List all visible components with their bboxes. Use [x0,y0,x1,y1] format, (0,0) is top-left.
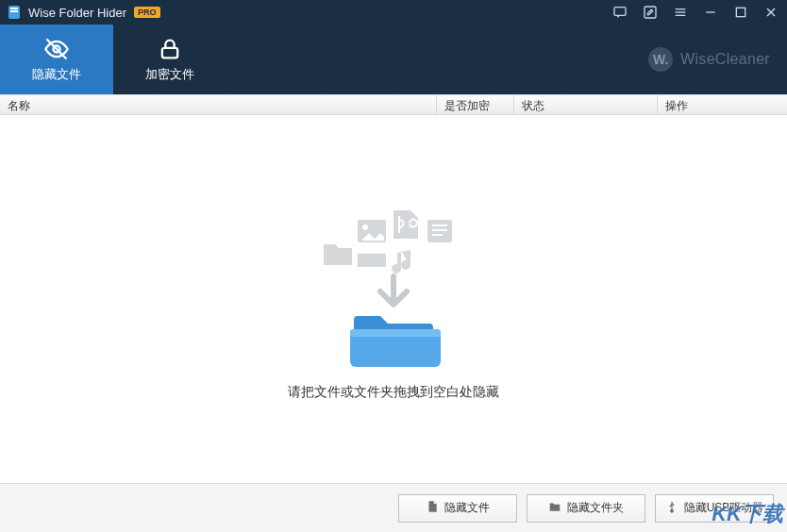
lock-icon [157,36,183,62]
svg-rect-14 [162,48,177,58]
column-name[interactable]: 名称 [0,95,437,114]
svg-rect-9 [736,8,745,16]
brand: W. WiseCleaner [648,25,787,94]
edit-icon[interactable] [642,4,659,21]
hide-usb-button[interactable]: 隐藏USB驱动器 [655,494,774,523]
hide-folder-label: 隐藏文件夹 [567,500,624,516]
svg-rect-2 [10,10,18,12]
maximize-button[interactable] [732,4,749,21]
hide-file-button[interactable]: 隐藏文件 [398,494,517,523]
hide-file-label: 隐藏文件 [444,500,490,516]
footer: 隐藏文件 隐藏文件夹 隐藏USB驱动器 [0,483,787,532]
svg-rect-3 [614,8,626,16]
content-area: 名称 是否加密 状态 操作 [0,94,787,532]
app-icon [8,5,23,20]
svg-rect-1 [10,8,18,9]
column-encrypted[interactable]: 是否加密 [437,95,514,114]
brand-logo-icon: W. [648,47,673,72]
tab-encrypt-label: 加密文件 [145,66,194,83]
svg-rect-22 [358,250,386,254]
svg-rect-4 [645,7,656,18]
file-icon [426,500,439,516]
app-title: Wise Folder Hider [28,6,126,20]
eye-off-icon [43,36,70,62]
folder-icon [548,500,561,516]
brand-text: WiseCleaner [680,51,770,68]
svg-point-16 [362,224,368,230]
table-header: 名称 是否加密 状态 操作 [0,94,787,115]
feedback-icon[interactable] [611,4,628,21]
tab-encrypt-files[interactable]: 加密文件 [113,25,226,94]
menu-icon[interactable] [672,4,689,21]
drop-hint: 请把文件或文件夹拖拽到空白处隐藏 [288,384,499,401]
hide-usb-label: 隐藏USB驱动器 [684,500,764,516]
column-ops[interactable]: 操作 [658,95,787,114]
drop-illustration-icon [299,197,488,367]
svg-rect-23 [358,267,386,271]
drop-area[interactable]: 请把文件或文件夹拖拽到空白处隐藏 [0,115,787,483]
header-tabs: 隐藏文件 加密文件 W. WiseCleaner [0,25,787,94]
tab-hide-files[interactable]: 隐藏文件 [0,25,113,94]
usb-icon [665,500,678,516]
tab-hide-label: 隐藏文件 [32,66,81,83]
close-button[interactable] [762,4,779,21]
svg-point-24 [670,510,672,512]
minimize-button[interactable] [702,4,719,21]
hide-folder-button[interactable]: 隐藏文件夹 [527,494,645,523]
pro-badge: PRO [134,7,160,18]
titlebar: Wise Folder Hider PRO [0,0,787,25]
column-status[interactable]: 状态 [514,95,658,114]
